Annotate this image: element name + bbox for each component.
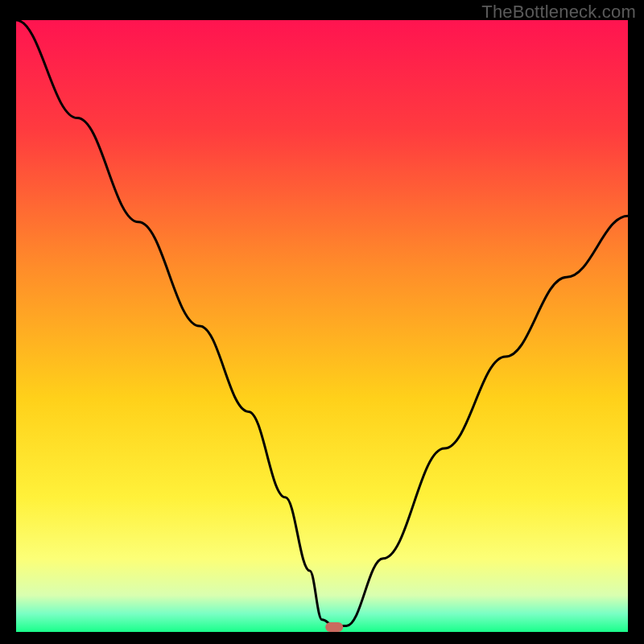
chart-frame: TheBottleneck.com (0, 0, 644, 644)
gradient-background (16, 20, 628, 632)
plot-area (16, 20, 628, 632)
optimum-marker (325, 622, 343, 632)
watermark-text: TheBottleneck.com (481, 2, 636, 23)
chart-svg (16, 20, 628, 632)
